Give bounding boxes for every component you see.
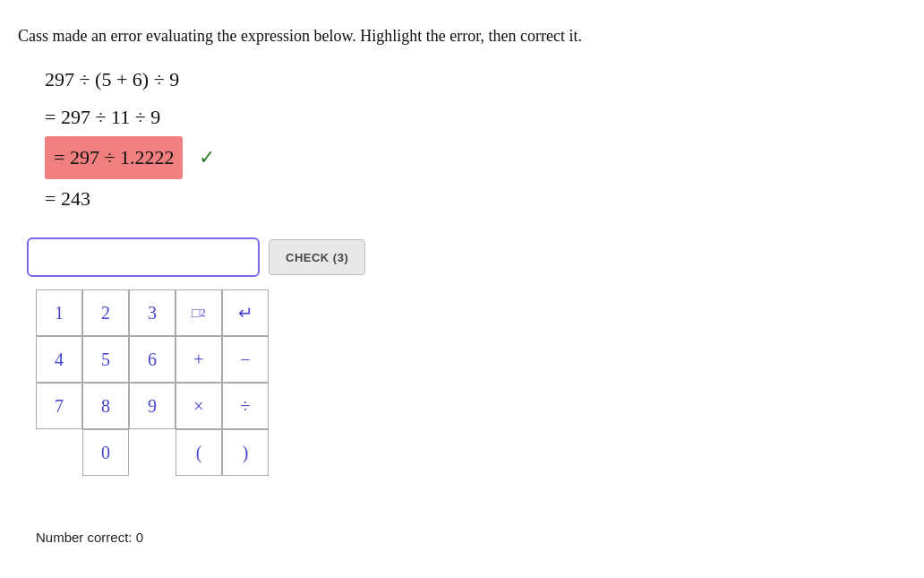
math-line-1: 297 ÷ (5 + 6) ÷ 9 xyxy=(45,62,906,98)
calc-empty-1 xyxy=(36,429,82,476)
math-line-3: = 297 ÷ 1.2222 ✓ xyxy=(45,136,906,179)
calc-btn-6[interactable]: 6 xyxy=(129,336,175,383)
calculator-grid: 1 2 3 □2 ↵ 4 5 6 + − 7 8 9 × ÷ 0 ( ) xyxy=(36,289,906,522)
calc-btn-divide[interactable]: ÷ xyxy=(222,383,269,429)
calc-btn-7[interactable]: 7 xyxy=(36,383,82,429)
calc-btn-backspace[interactable]: ↵ xyxy=(222,289,269,336)
math-block: 297 ÷ (5 + 6) ÷ 9 = 297 ÷ 11 ÷ 9 = 297 ÷… xyxy=(45,62,906,216)
calc-btn-2[interactable]: 2 xyxy=(82,289,129,336)
math-expr-4: = 243 xyxy=(45,181,90,217)
calc-btn-multiply[interactable]: × xyxy=(175,383,222,429)
answer-input[interactable] xyxy=(27,237,260,277)
calc-btn-1[interactable]: 1 xyxy=(36,289,82,336)
calc-btn-9[interactable]: 9 xyxy=(129,383,175,429)
calc-btn-8[interactable]: 8 xyxy=(82,383,129,429)
calc-btn-square[interactable]: □2 xyxy=(175,289,222,336)
calc-btn-lparen[interactable]: ( xyxy=(175,429,222,476)
checkmark-icon: ✓ xyxy=(199,140,215,176)
calc-btn-5[interactable]: 5 xyxy=(82,336,129,383)
answer-row: CHECK (3) xyxy=(27,237,906,277)
math-expr-3-highlighted: = 297 ÷ 1.2222 xyxy=(45,136,183,179)
calc-btn-0[interactable]: 0 xyxy=(82,429,129,476)
calc-btn-rparen[interactable]: ) xyxy=(222,429,269,476)
answer-section: CHECK (3) 1 2 3 □2 ↵ 4 5 6 + − 7 8 9 × ÷… xyxy=(27,237,906,545)
calc-btn-minus[interactable]: − xyxy=(222,336,269,383)
instruction-text: Cass made an error evaluating the expres… xyxy=(18,27,906,46)
math-expr-1: 297 ÷ (5 + 6) ÷ 9 xyxy=(45,62,179,98)
math-expr-2: = 297 ÷ 11 ÷ 9 xyxy=(45,99,160,135)
calc-btn-3[interactable]: 3 xyxy=(129,289,175,336)
number-correct-label: Number correct: 0 xyxy=(36,530,906,545)
math-line-2: = 297 ÷ 11 ÷ 9 xyxy=(45,99,906,135)
calc-btn-4[interactable]: 4 xyxy=(36,336,82,383)
check-button[interactable]: CHECK (3) xyxy=(269,239,365,275)
calc-empty-2 xyxy=(129,429,175,476)
math-line-4: = 243 xyxy=(45,181,906,217)
calc-btn-plus[interactable]: + xyxy=(175,336,222,383)
